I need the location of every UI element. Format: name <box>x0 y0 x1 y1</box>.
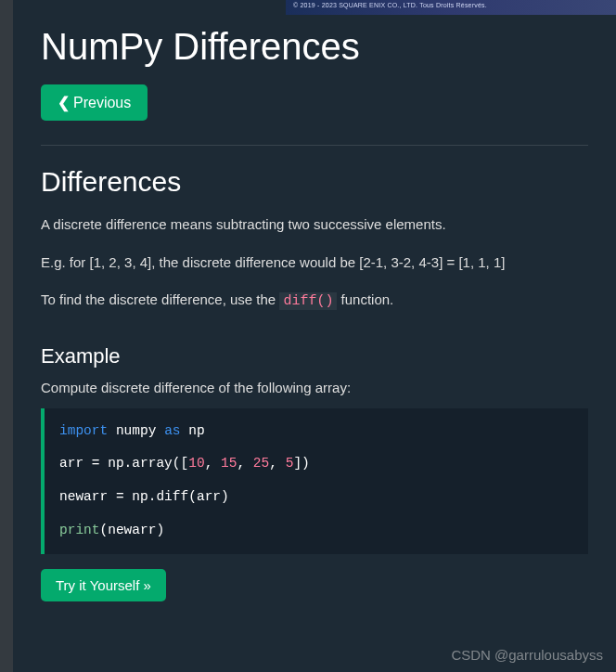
page-title: NumPy Differences <box>41 26 588 68</box>
try-it-yourself-button[interactable]: Try it Yourself » <box>41 569 166 601</box>
main-content: © 2019 - 2023 SQUARE ENIX CO., LTD. Tous… <box>13 0 616 672</box>
code-line-1: import numpy as np <box>59 421 573 442</box>
divider <box>41 145 588 146</box>
code-line-4: print(newarr) <box>59 521 573 541</box>
paragraph-1: A discrete difference means subtracting … <box>41 214 588 236</box>
paragraph-2: E.g. for [1, 2, 3, 4], the discrete diff… <box>41 252 588 274</box>
paragraph-3: To find the discrete difference, use the… <box>41 290 588 313</box>
kw-as: as <box>164 423 180 438</box>
example-title: Example <box>41 344 588 368</box>
previous-button[interactable]: ❮ Previous <box>41 84 148 121</box>
ad-banner-text: © 2019 - 2023 SQUARE ENIX CO., LTD. Tous… <box>293 2 487 8</box>
kw-print: print <box>59 523 100 537</box>
example-desc: Compute discrete difference of the follo… <box>41 380 588 395</box>
code-line-2: arr = np.array([10, 15, 25, 5]) <box>59 454 573 474</box>
paragraph-3-pre: To find the discrete difference, use the <box>41 291 279 307</box>
try-button-label: Try it Yourself » <box>56 577 151 593</box>
left-rail <box>0 0 13 672</box>
section-heading: Differences <box>41 166 588 198</box>
kw-import: import <box>59 423 108 438</box>
paragraph-3-post: function. <box>337 291 393 307</box>
ad-banner[interactable]: © 2019 - 2023 SQUARE ENIX CO., LTD. Tous… <box>286 0 616 15</box>
chevron-left-icon: ❮ <box>58 94 70 111</box>
inline-code-diff: diff() <box>279 292 337 310</box>
code-line-3: newarr = np.diff(arr) <box>59 487 573 508</box>
code-box: import numpy as np arr = np.array([10, 1… <box>41 408 588 554</box>
previous-button-label: Previous <box>73 95 131 111</box>
example-block: Example Compute discrete difference of t… <box>41 344 588 601</box>
